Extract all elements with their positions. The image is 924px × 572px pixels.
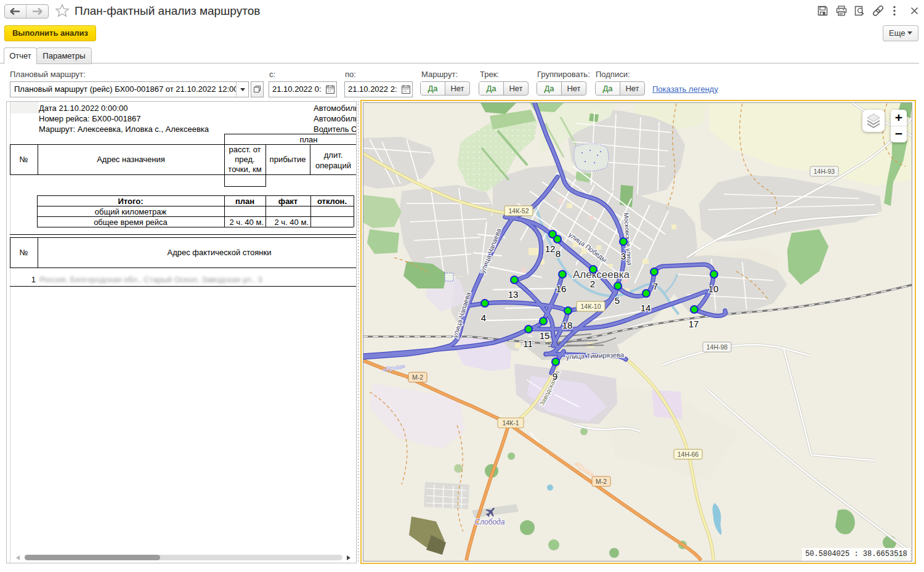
svg-text:14Н-93: 14Н-93 [814,168,835,175]
svg-text:Алексеевка: Алексеевка [573,269,630,280]
svg-text:11: 11 [523,338,533,349]
svg-text:16: 16 [556,284,567,294]
svg-text:9: 9 [553,371,557,382]
svg-text:12: 12 [545,243,556,254]
svg-text:3: 3 [621,251,626,261]
svg-text:18: 18 [562,320,573,330]
svg-text:15: 15 [540,330,550,341]
svg-text:14: 14 [641,303,651,313]
svg-text:14К-10: 14К-10 [581,303,601,310]
svg-text:14К-52: 14К-52 [509,207,529,214]
svg-text:5: 5 [615,295,620,306]
svg-text:М-2: М-2 [596,478,607,485]
svg-text:4: 4 [481,313,486,323]
svg-text:17: 17 [689,319,699,329]
svg-text:14Н-98: 14Н-98 [707,343,728,351]
svg-text:10: 10 [708,284,719,294]
svg-text:М-2: М-2 [412,374,423,381]
svg-text:2: 2 [590,279,595,289]
svg-text:14К-1: 14К-1 [502,419,519,427]
svg-text:Слобода: Слобода [475,518,505,526]
svg-text:13: 13 [508,289,519,300]
svg-text:8: 8 [556,248,561,259]
svg-text:7: 7 [653,281,658,292]
svg-text:14Н-66: 14Н-66 [678,451,699,458]
